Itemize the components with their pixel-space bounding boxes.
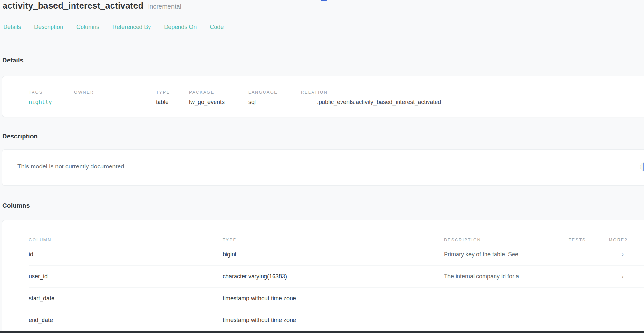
field-package: PACKAGE lw_go_events xyxy=(189,90,248,106)
column-name-cell: end_date xyxy=(29,317,223,324)
tags-label: TAGS xyxy=(29,90,74,95)
table-row[interactable]: id bigint Primary key of the table. See.… xyxy=(29,243,644,265)
field-relation: RELATION .public_events.activity_based_i… xyxy=(301,90,644,106)
relation-label: RELATION xyxy=(301,90,644,95)
header-more: MORE? xyxy=(609,237,637,242)
window-bottom-edge xyxy=(0,331,644,333)
description-card: This model is not currently documented xyxy=(2,149,644,186)
column-description-cell: The internal company id for a... xyxy=(444,273,569,280)
columns-section-heading: Columns xyxy=(0,202,644,209)
column-type-cell: character varying(16383) xyxy=(223,273,444,280)
field-tags: TAGS nightly xyxy=(29,90,74,106)
row-expand-chevron-icon[interactable]: › xyxy=(609,273,637,280)
relation-value: .public_events.activity_based_interest_a… xyxy=(301,99,644,106)
type-label: TYPE xyxy=(156,90,189,95)
field-language: LANGUAGE sql xyxy=(248,90,301,106)
header-description: DESCRIPTION xyxy=(444,237,569,242)
owner-label: OWNER xyxy=(74,90,156,95)
language-value: sql xyxy=(248,99,301,106)
model-docs-page: activity_based_interest_activated increm… xyxy=(0,0,644,333)
column-name-cell: start_date xyxy=(29,295,223,302)
column-name-cell: id xyxy=(29,251,223,258)
details-card: TAGS nightly OWNER TYPE table PACKAGE lw… xyxy=(2,76,644,117)
description-section-heading: Description xyxy=(0,133,644,140)
model-header: activity_based_interest_activated increm… xyxy=(0,0,644,11)
tag-nightly-link[interactable]: nightly xyxy=(29,99,74,106)
row-expand-chevron-icon[interactable]: › xyxy=(609,251,637,258)
tab-code[interactable]: Code xyxy=(210,24,224,31)
details-section-heading: Details xyxy=(0,57,644,64)
tab-referenced-by[interactable]: Referenced By xyxy=(112,24,151,31)
tab-details[interactable]: Details xyxy=(3,24,21,31)
tab-description[interactable]: Description xyxy=(34,24,63,31)
language-label: LANGUAGE xyxy=(248,90,301,95)
tab-columns[interactable]: Columns xyxy=(76,24,99,31)
section-tabs: Details Description Columns Referenced B… xyxy=(0,24,644,31)
package-label: PACKAGE xyxy=(189,90,248,95)
header-type: TYPE xyxy=(223,237,444,242)
column-name-cell: user_id xyxy=(29,273,223,280)
header-column: COLUMN xyxy=(29,237,223,242)
columns-card: COLUMN TYPE DESCRIPTION TESTS MORE? id b… xyxy=(2,220,644,333)
description-text: This model is not currently documented xyxy=(17,163,124,170)
table-row[interactable]: start_date timestamp without time zone xyxy=(29,287,644,309)
column-type-cell: bigint xyxy=(223,251,444,258)
owner-value xyxy=(74,99,156,106)
column-type-cell: timestamp without time zone xyxy=(223,317,444,324)
columns-table-header: COLUMN TYPE DESCRIPTION TESTS MORE? xyxy=(29,236,644,243)
page-title: activity_based_interest_activated xyxy=(3,1,143,11)
package-value: lw_go_events xyxy=(189,99,248,106)
table-row[interactable]: end_date timestamp without time zone xyxy=(29,309,644,331)
type-value: table xyxy=(156,99,189,106)
top-cutoff-link-sliver[interactable] xyxy=(321,0,327,1)
header-tests: TESTS xyxy=(569,237,609,242)
tab-depends-on[interactable]: Depends On xyxy=(164,24,197,31)
materialization-badge: incremental xyxy=(148,3,181,10)
field-type: TYPE table xyxy=(156,90,189,106)
column-type-cell: timestamp without time zone xyxy=(223,295,444,302)
table-row[interactable]: user_id character varying(16383) The int… xyxy=(29,265,644,287)
column-description-cell: Primary key of the table. See... xyxy=(444,251,569,258)
header-divider xyxy=(0,43,644,43)
field-owner: OWNER xyxy=(74,90,156,106)
